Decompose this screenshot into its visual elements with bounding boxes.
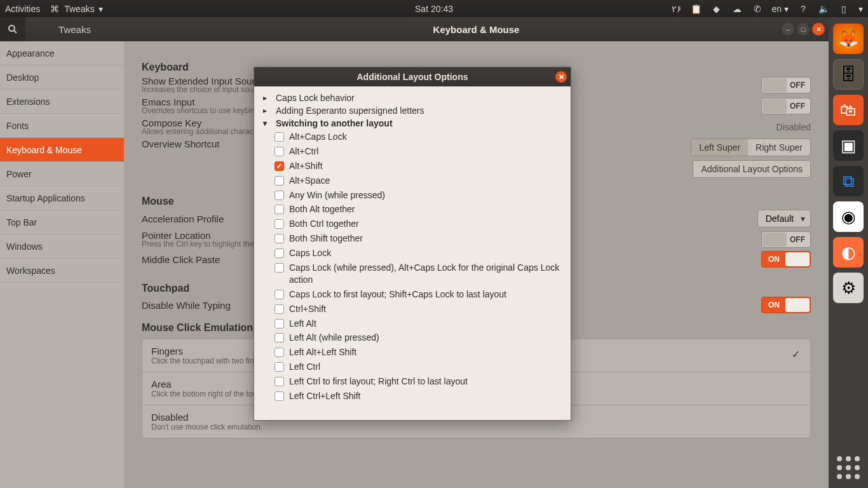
system-menu[interactable]: ▾: [858, 4, 863, 14]
checkbox[interactable]: [275, 333, 284, 342]
dock: 🦊 🗄 🛍 ▣ ⧉ ◉ ◐ ⚙: [829, 17, 868, 488]
layout-option[interactable]: Both Ctrl together: [275, 217, 562, 231]
input-lang[interactable]: en ▾: [772, 4, 789, 14]
dock-settings[interactable]: ⚙: [833, 273, 864, 303]
checkbox[interactable]: [275, 348, 284, 357]
dock-software[interactable]: 🛍: [833, 95, 864, 125]
checkbox[interactable]: [275, 290, 284, 299]
pointer-toggle[interactable]: [761, 231, 811, 248]
dialog-titlebar: Additional Layout Options ✕: [254, 67, 571, 86]
additional-layout-options-button[interactable]: Additional Layout Options: [693, 160, 811, 178]
topbar-app-menu[interactable]: ⌘ Tweaks ▾: [49, 3, 102, 15]
tree-group[interactable]: Switching to another layout: [263, 117, 562, 130]
dropbox-icon[interactable]: ◆: [711, 3, 722, 15]
layout-option[interactable]: Left Alt: [275, 316, 562, 331]
layout-option[interactable]: Left Ctrl to first layout; Right Ctrl to…: [275, 374, 562, 389]
tree-group[interactable]: Adding Esperanto supersigned letters: [263, 104, 562, 117]
maximize-button[interactable]: □: [797, 23, 810, 36]
seg-left-super[interactable]: Left Super: [691, 139, 748, 156]
dock-vscode[interactable]: ⧉: [833, 166, 864, 196]
sidebar-item-workspaces[interactable]: Workspaces: [0, 259, 124, 283]
option-label: Left Ctrl: [289, 361, 320, 373]
checkbox[interactable]: [275, 362, 284, 372]
option-label: Left Alt (while pressed): [289, 332, 379, 344]
sidebar-item-top-bar[interactable]: Top Bar: [0, 210, 124, 234]
sidebar-item-desktop[interactable]: Desktop: [0, 65, 124, 90]
checkbox[interactable]: [275, 304, 284, 314]
layout-option[interactable]: Left Alt (while pressed): [275, 330, 562, 345]
seg-right-super[interactable]: Right Super: [748, 139, 810, 156]
option-label: Both Shift together: [289, 233, 363, 245]
layout-option[interactable]: Caps Lock to first layout; Shift+Caps Lo…: [275, 287, 562, 302]
checkbox[interactable]: [275, 176, 284, 186]
dock-postman[interactable]: ◐: [833, 237, 864, 268]
sidebar-item-startup-applications[interactable]: Startup Applications: [0, 186, 124, 210]
volume-icon[interactable]: 🔈: [818, 3, 829, 15]
checkbox[interactable]: [275, 391, 284, 401]
option-label: Caps Lock: [289, 247, 331, 259]
checkbox[interactable]: [275, 219, 284, 229]
battery-icon[interactable]: ▯: [838, 3, 850, 15]
minimize-button[interactable]: –: [782, 23, 794, 36]
sidebar-item-fonts[interactable]: Fonts: [0, 114, 124, 138]
disable-typing-toggle[interactable]: [761, 297, 811, 313]
layout-option[interactable]: Alt+Ctrl: [275, 144, 562, 159]
layout-option[interactable]: Left Ctrl: [275, 360, 562, 374]
sidebar: AppearanceDesktopExtensionsFontsKeyboard…: [0, 41, 124, 488]
sidebar-item-extensions[interactable]: Extensions: [0, 90, 124, 114]
dialog-title: Additional Layout Options: [357, 72, 468, 82]
layout-option[interactable]: Alt+Shift: [275, 159, 562, 173]
checkbox[interactable]: [275, 191, 284, 200]
checkbox[interactable]: [275, 205, 284, 214]
tree-group[interactable]: Caps Lock behavior: [263, 92, 562, 104]
close-button[interactable]: ✕: [812, 23, 825, 36]
checkbox[interactable]: [275, 234, 284, 243]
weather-icon[interactable]: ☁: [731, 3, 743, 15]
option-label: Left Alt+Left Shift: [289, 346, 356, 358]
option-label: Both Alt together: [289, 203, 355, 215]
checkbox[interactable]: [275, 263, 284, 273]
checkbox[interactable]: [275, 161, 284, 171]
dialog-close-button[interactable]: ✕: [555, 71, 567, 83]
checkbox[interactable]: [275, 319, 284, 329]
option-label: Any Win (while pressed): [289, 189, 385, 201]
layout-option[interactable]: Alt+Caps Lock: [275, 130, 562, 144]
dock-chrome[interactable]: ◉: [833, 201, 864, 232]
clipboard-icon[interactable]: 📋: [691, 3, 702, 15]
layout-option[interactable]: Both Shift together: [275, 231, 562, 246]
svg-line-1: [14, 30, 17, 33]
layout-option[interactable]: Caps Lock: [275, 246, 562, 261]
dock-firefox[interactable]: 🦊: [833, 24, 864, 54]
layout-option[interactable]: Any Win (while pressed): [275, 188, 562, 203]
extended-sources-sub: Increases the choice of input sources: [142, 85, 270, 94]
sidebar-item-power[interactable]: Power: [0, 162, 124, 186]
accel-select[interactable]: Default: [757, 210, 811, 227]
activities-button[interactable]: Activities: [5, 4, 40, 14]
clock[interactable]: Sat 20:43: [415, 4, 453, 14]
extended-sources-toggle[interactable]: [761, 77, 811, 93]
sidebar-item-windows[interactable]: Windows: [0, 234, 124, 259]
whatsapp-icon[interactable]: ✆: [752, 3, 763, 15]
checkbox[interactable]: [275, 248, 284, 258]
sidebar-item-keyboard-mouse[interactable]: Keyboard & Mouse: [0, 138, 124, 162]
layout-option[interactable]: Both Alt together: [275, 202, 562, 217]
option-label: Left Ctrl to first layout; Right Ctrl to…: [289, 376, 468, 388]
overview-shortcut-segment[interactable]: Left Super Right Super: [691, 139, 811, 156]
checkbox[interactable]: [275, 132, 284, 142]
layout-option[interactable]: Caps Lock (while pressed), Alt+Caps Lock…: [275, 261, 562, 287]
checkbox[interactable]: [275, 377, 284, 386]
layout-option[interactable]: Left Alt+Left Shift: [275, 345, 562, 360]
dock-files[interactable]: 🗄: [833, 59, 864, 90]
checkbox[interactable]: [275, 147, 284, 156]
show-applications[interactable]: [837, 456, 860, 479]
sidebar-item-appearance[interactable]: Appearance: [0, 41, 124, 65]
layout-option[interactable]: Ctrl+Shift: [275, 302, 562, 316]
emacs-toggle[interactable]: [761, 98, 811, 114]
help-icon[interactable]: ?: [797, 3, 809, 15]
layout-option[interactable]: Left Ctrl+Left Shift: [275, 389, 562, 403]
dock-terminal[interactable]: ▣: [833, 130, 864, 161]
search-button[interactable]: [0, 17, 25, 41]
accel-label: Acceleration Profile: [142, 214, 224, 224]
layout-option[interactable]: Alt+Space: [275, 173, 562, 188]
middle-click-toggle[interactable]: [761, 251, 811, 268]
